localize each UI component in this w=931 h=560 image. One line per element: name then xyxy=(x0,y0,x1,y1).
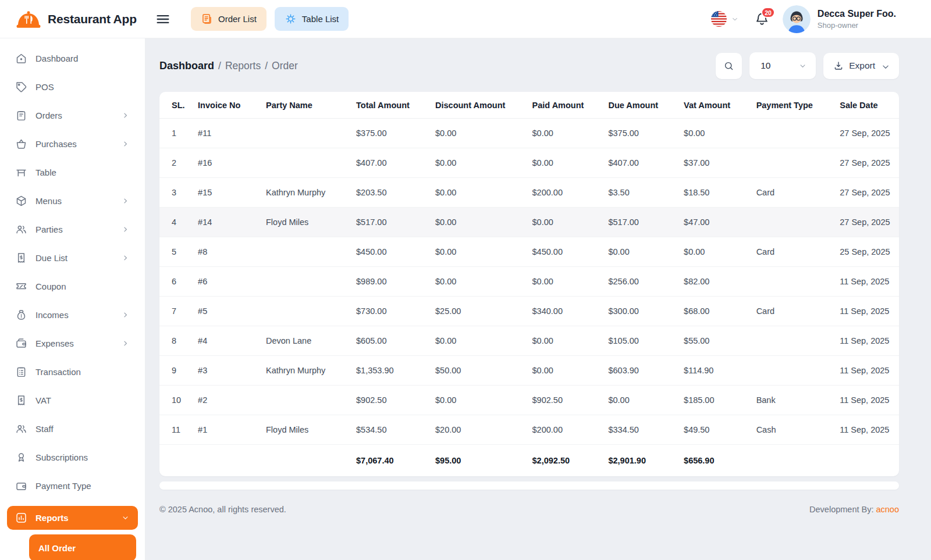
export-button[interactable]: Export xyxy=(823,53,899,79)
page-size-select[interactable]: 10 xyxy=(749,52,816,79)
notifications-button[interactable]: 20 xyxy=(754,11,770,27)
cell-due: $0.00 xyxy=(608,237,684,267)
sidebar-item-label: Orders xyxy=(35,110,121,120)
cell-paid: $200.00 xyxy=(532,178,609,208)
table-row: 4#14Floyd Miles$517.00$0.00$0.00$517.00$… xyxy=(159,208,899,237)
cell-invoice: #11 xyxy=(198,119,266,148)
user-name: Decca Super Foo. xyxy=(818,9,896,19)
cell-paid: $340.00 xyxy=(532,297,609,326)
wallet-out-icon xyxy=(15,337,27,349)
sidebar-item-table[interactable]: Table xyxy=(7,160,138,184)
cell-paid: $0.00 xyxy=(532,208,609,237)
cell-invoice: #16 xyxy=(198,148,266,178)
sidebar-item-pos[interactable]: POS xyxy=(7,75,138,99)
top-bar: Restaurant App Order List Table List xyxy=(0,0,931,38)
breadcrumb-reports[interactable]: Reports xyxy=(225,60,261,72)
sidebar-item-payment-type[interactable]: Payment Type xyxy=(7,474,138,498)
table-scrollbar-track[interactable] xyxy=(159,481,899,490)
breadcrumb-separator: / xyxy=(218,60,221,72)
breadcrumb-order: Order xyxy=(272,60,298,72)
total-empty xyxy=(840,445,899,477)
table-list-button[interactable]: Table List xyxy=(275,7,349,31)
cell-date: 27 Sep, 2025 xyxy=(840,148,899,178)
column-header-invoice: Invoice No xyxy=(198,92,266,119)
cell-vat: $185.00 xyxy=(684,386,756,415)
cell-date: 25 Sep, 2025 xyxy=(840,237,899,267)
table-row: 10#2$902.50$0.00$902.50$0.00$185.00Bank1… xyxy=(159,386,899,415)
clipboard-list-icon xyxy=(15,366,27,378)
cell-discount: $0.00 xyxy=(435,208,532,237)
search-button[interactable] xyxy=(716,53,742,79)
cell-vat: $68.00 xyxy=(684,297,756,326)
cell-party: Floyd Miles xyxy=(266,415,356,445)
cell-invoice: #1 xyxy=(198,415,266,445)
table-list-label: Table List xyxy=(302,14,339,24)
cell-party xyxy=(266,148,356,178)
total-total: $7,067.40 xyxy=(356,445,435,477)
language-selector[interactable] xyxy=(710,10,739,27)
column-header-payment: Payment Type xyxy=(756,92,840,119)
sidebar-item-incomes[interactable]: Incomes xyxy=(7,303,138,327)
cell-sl: 8 xyxy=(159,326,198,356)
sidebar-item-reports[interactable]: Reports xyxy=(7,506,138,530)
chevron-down-icon xyxy=(731,15,739,23)
order-list-button[interactable]: Order List xyxy=(191,7,266,31)
sidebar-item-label: Transaction xyxy=(35,367,130,377)
main-content: Dashboard/Reports/Order 10 Export xyxy=(145,38,931,560)
sidebar-item-dashboard[interactable]: Dashboard xyxy=(7,47,138,70)
sidebar-item-label: Coupon xyxy=(35,281,130,291)
cell-discount: $0.00 xyxy=(435,119,532,148)
sidebar-item-label: Parties xyxy=(35,224,121,234)
cell-vat: $114.90 xyxy=(684,356,756,386)
developer-link[interactable]: acnoo xyxy=(876,505,899,514)
developed-by-text: Development By: xyxy=(809,505,873,514)
sidebar-item-staff[interactable]: Staff xyxy=(7,417,138,441)
cell-discount: $0.00 xyxy=(435,148,532,178)
receipt-dollar-icon xyxy=(15,252,27,264)
cell-vat: $37.00 xyxy=(684,148,756,178)
cell-discount: $25.00 xyxy=(435,297,532,326)
cell-due: $3.50 xyxy=(608,178,684,208)
cell-total: $407.00 xyxy=(356,148,435,178)
sidebar-subitem-all-order[interactable]: All Order xyxy=(29,534,136,560)
cell-party xyxy=(266,297,356,326)
cell-total: $989.00 xyxy=(356,267,435,297)
sidebar-item-purchases[interactable]: Purchases xyxy=(7,132,138,156)
cell-sl: 1 xyxy=(159,119,198,148)
sidebar-item-coupon[interactable]: Coupon xyxy=(7,274,138,298)
sidebar-item-expenses[interactable]: Expenses xyxy=(7,331,138,355)
table-row: 3#15Kathryn Murphy$203.50$0.00$200.00$3.… xyxy=(159,178,899,208)
chevron-right-icon xyxy=(121,197,130,205)
cell-payment: Bank xyxy=(756,386,840,415)
cell-discount: $20.00 xyxy=(435,415,532,445)
avatar[interactable] xyxy=(783,5,811,33)
cell-payment: Card xyxy=(756,297,840,326)
sidebar-item-menus[interactable]: Menus xyxy=(7,189,138,213)
cell-party: Kathryn Murphy xyxy=(266,178,356,208)
sidebar-item-transaction[interactable]: Transaction xyxy=(7,360,138,384)
medal-icon xyxy=(15,451,27,463)
chevron-right-icon xyxy=(121,311,130,319)
cell-discount: $0.00 xyxy=(435,326,532,356)
sidebar-item-due-list[interactable]: Due List xyxy=(7,246,138,270)
sidebar-item-label: Purchases xyxy=(35,139,121,149)
menu-toggle-icon[interactable] xyxy=(155,11,171,27)
cell-invoice: #3 xyxy=(198,356,266,386)
sidebar-item-orders[interactable]: Orders xyxy=(7,104,138,127)
sidebar-item-label: Reports xyxy=(35,513,121,523)
table-row: 7#5$730.00$25.00$340.00$300.00$68.00Card… xyxy=(159,297,899,326)
cell-party xyxy=(266,267,356,297)
receipt-vat-icon xyxy=(15,394,27,406)
breadcrumb-dashboard[interactable]: Dashboard xyxy=(159,60,214,72)
cell-paid: $0.00 xyxy=(532,119,609,148)
order-list-label: Order List xyxy=(218,14,257,24)
table-totals-row: $7,067.40$95.00$2,092.50$2,901.90$656.90 xyxy=(159,445,899,477)
column-header-party: Party Name xyxy=(266,92,356,119)
breadcrumb-separator: / xyxy=(265,60,268,72)
sidebar-item-parties[interactable]: Parties xyxy=(7,217,138,241)
brand-logo[interactable]: Restaurant App xyxy=(0,8,145,30)
sidebar-item-vat[interactable]: VAT xyxy=(7,388,138,412)
cell-sl: 3 xyxy=(159,178,198,208)
sidebar-item-subscriptions[interactable]: Subscriptions xyxy=(7,445,138,469)
cell-payment: Cash xyxy=(756,415,840,445)
